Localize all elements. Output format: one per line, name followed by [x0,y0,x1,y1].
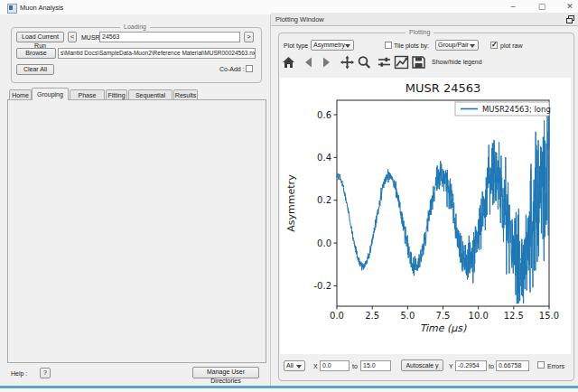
instrument-label: MUSR [81,34,100,41]
clear-all-button[interactable]: Clear All [16,64,54,75]
svg-text:2.5: 2.5 [365,311,379,321]
x-to-input[interactable]: 15.0 [360,360,391,371]
x-range-label: X [313,363,318,369]
svg-text:5.0: 5.0 [400,311,415,321]
x-from-input[interactable]: 0.0 [320,360,350,371]
autoscale-y-button[interactable]: Autoscale y [401,359,443,371]
loading-group-label: Loading [120,23,150,30]
maximize-button[interactable]: ▢ [532,1,552,13]
svg-text:Time (μs): Time (μs) [420,322,467,334]
float-window-icon[interactable] [566,15,574,23]
home-icon[interactable] [281,55,296,70]
help-button[interactable]: ? [40,368,51,378]
svg-text:-0.2: -0.2 [313,281,331,291]
svg-text:10.0: 10.0 [469,311,489,321]
y-from-input[interactable]: -0.2954 [455,360,487,371]
taskbar-edge [0,388,578,392]
app-icon [7,4,17,14]
window-title: Muon Analysis [20,4,63,12]
y-to-label: to [489,363,494,369]
pan-icon[interactable] [340,55,355,70]
plot-type-label: Plot type : [284,42,312,49]
svg-text:0.0: 0.0 [330,311,344,321]
tile-by-dropdown[interactable]: Group/Pair [435,40,479,51]
tab-grouping[interactable]: Grouping [32,88,69,100]
plotting-window-title: Plotting Window [275,15,324,23]
asymmetry-chart: 0.02.55.07.510.012.515.0-0.20.00.20.40.6… [280,78,571,354]
range-scope-dropdown[interactable]: All [284,360,305,371]
grouping-tab-pane [7,99,266,363]
svg-text:0.2: 0.2 [317,195,331,205]
help-label: Help : [11,370,27,377]
errors-checkbox[interactable] [537,361,545,369]
co-add-label: Co-Add : [219,66,245,72]
run-number-input[interactable]: 24563 [99,32,240,42]
svg-text:MUSR 24563: MUSR 24563 [406,81,481,95]
zoom-icon[interactable] [357,55,372,70]
svg-text:7.5: 7.5 [436,311,451,321]
y-range-label: Y [449,363,453,369]
plotting-window-titlebar[interactable]: Plotting Window [271,13,578,26]
subplots-config-icon[interactable] [377,55,392,70]
manage-user-directories-button[interactable]: Manage User Directories [192,367,259,378]
file-path-field[interactable]: s\Mantid Docs\SampleData-Muon2\Reference… [58,48,256,59]
svg-text:MUSR24563; long: MUSR24563; long [482,105,551,114]
svg-text:0.4: 0.4 [317,153,331,163]
y-to-input[interactable]: 0.66758 [496,360,529,371]
load-current-run-button[interactable]: Load Current Run [16,32,64,42]
svg-text:0.0: 0.0 [317,238,331,248]
browse-button[interactable]: Browse [16,48,56,59]
plot-raw-label: plot raw [500,42,523,49]
tile-plots-checkbox[interactable] [385,42,392,49]
forward-icon[interactable] [319,55,334,70]
back-icon[interactable] [301,55,316,70]
plot-canvas[interactable]: 0.02.55.07.510.012.515.0-0.20.00.20.40.6… [280,78,571,354]
svg-text:0.6: 0.6 [317,110,331,120]
show-hide-legend-button[interactable]: Show/hide legend [432,59,482,65]
svg-text:Asymmetry: Asymmetry [285,174,297,232]
x-to-label: to [352,363,358,369]
svg-text:15.0: 15.0 [539,311,559,321]
minimize-button[interactable]: – [503,1,523,13]
svg-text:12.5: 12.5 [504,311,524,321]
save-icon[interactable] [411,55,426,70]
errors-label: Errors [547,363,564,369]
plotting-group-label: Plotting [406,29,434,35]
close-button[interactable]: ✕ [560,1,578,13]
plot-raw-checkbox[interactable] [490,42,498,49]
plot-type-dropdown[interactable]: Asymmetry [311,40,354,51]
tile-plots-label: Tile plots by: [394,42,429,49]
customize-plot-icon[interactable] [394,55,409,70]
co-add-checkbox[interactable] [246,65,253,72]
next-run-button[interactable]: > [244,32,254,42]
previous-run-button[interactable]: < [68,32,77,42]
